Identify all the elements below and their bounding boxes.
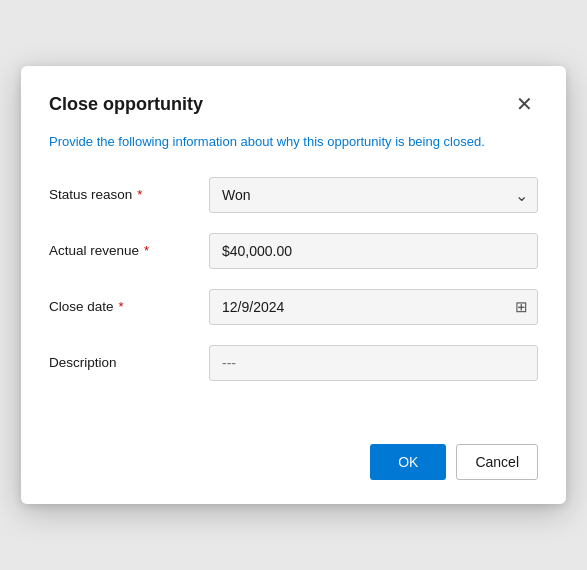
- close-opportunity-dialog: Close opportunity ✕ Provide the followin…: [21, 66, 566, 504]
- description-label: Description: [49, 355, 209, 370]
- dialog-footer: OK Cancel: [49, 444, 538, 480]
- dialog-header: Close opportunity ✕: [49, 90, 538, 118]
- actual-revenue-field: [209, 233, 538, 269]
- close-date-wrapper: ⊞: [209, 289, 538, 325]
- dialog-title: Close opportunity: [49, 94, 203, 115]
- required-star: *: [137, 187, 142, 202]
- ok-button[interactable]: OK: [370, 444, 446, 480]
- status-reason-field: Won Lost Canceled Out-Sold ⌄: [209, 177, 538, 213]
- status-reason-select[interactable]: Won Lost Canceled Out-Sold: [209, 177, 538, 213]
- status-reason-label: Status reason *: [49, 187, 209, 202]
- actual-revenue-input[interactable]: [209, 233, 538, 269]
- dialog-overlay: Close opportunity ✕ Provide the followin…: [0, 0, 587, 570]
- close-date-input[interactable]: [209, 289, 538, 325]
- status-reason-row: Status reason * Won Lost Canceled Out-So…: [49, 174, 538, 216]
- actual-revenue-row: Actual revenue *: [49, 230, 538, 272]
- close-date-label: Close date *: [49, 299, 209, 314]
- description-row: Description: [49, 342, 538, 384]
- close-date-field: ⊞: [209, 289, 538, 325]
- status-reason-select-wrapper: Won Lost Canceled Out-Sold ⌄: [209, 177, 538, 213]
- description-input[interactable]: [209, 345, 538, 381]
- close-button[interactable]: ✕: [510, 90, 538, 118]
- actual-revenue-label: Actual revenue *: [49, 243, 209, 258]
- required-star-revenue: *: [144, 243, 149, 258]
- dialog-subtitle: Provide the following information about …: [49, 132, 538, 152]
- required-star-date: *: [119, 299, 124, 314]
- description-field: [209, 345, 538, 381]
- cancel-button[interactable]: Cancel: [456, 444, 538, 480]
- close-date-row: Close date * ⊞: [49, 286, 538, 328]
